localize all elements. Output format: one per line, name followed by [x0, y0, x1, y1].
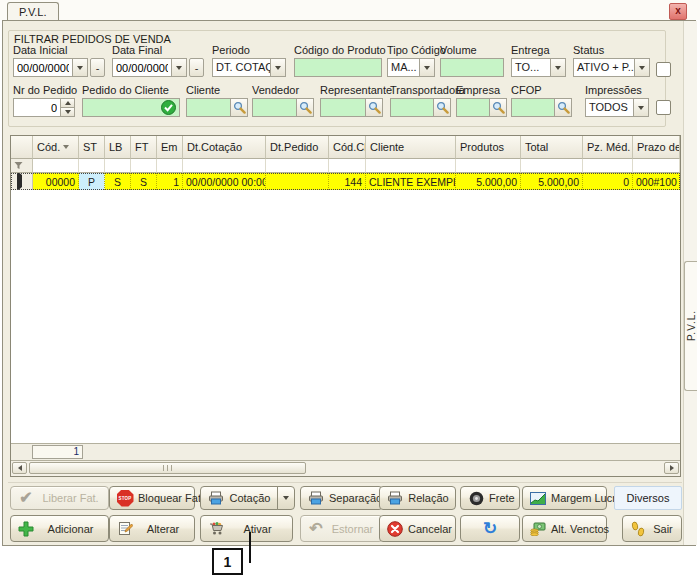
horizontal-scrollbar[interactable] — [11, 460, 680, 476]
entrega-select[interactable]: TO... — [511, 58, 566, 77]
cliente-input[interactable] — [186, 98, 231, 117]
cancelar-button[interactable]: Cancelar — [379, 515, 456, 542]
column-header-prazo[interactable]: Prazo de — [633, 136, 680, 159]
column-header-st[interactable]: ST — [79, 136, 105, 159]
tipo-codigo-select[interactable]: MA... — [387, 58, 435, 77]
tab-pvl[interactable]: P.V.L. — [7, 2, 59, 21]
cell-ft: S — [131, 173, 157, 190]
refresh-button[interactable]: ↻ — [460, 515, 520, 542]
data-final-clear-button[interactable]: - — [189, 58, 204, 77]
column-header-codcli[interactable]: Cód.Cli — [329, 136, 366, 159]
ativar-button[interactable]: Ativar — [200, 515, 293, 542]
cfop-search-button[interactable] — [555, 98, 572, 117]
separacao-print-button[interactable]: Separação — [300, 486, 383, 510]
estornar-button[interactable]: ↶ Estornar — [300, 515, 383, 542]
column-header-cod[interactable]: Cód. — [33, 136, 79, 159]
filter-cell[interactable] — [583, 159, 633, 173]
chevron-down-icon — [77, 66, 83, 70]
representante-search-button[interactable] — [366, 98, 383, 117]
spin-up-icon[interactable] — [61, 99, 74, 107]
data-inicial-clear-button[interactable]: - — [90, 58, 105, 77]
row-arrow-icon — [17, 173, 22, 190]
field-entrega: Entrega TO... — [511, 44, 566, 77]
periodo-select[interactable]: DT. COTAÇ... — [212, 58, 286, 77]
search-icon — [368, 101, 381, 114]
impressoes-select[interactable]: TODOS — [585, 98, 649, 117]
transportadora-search-button[interactable] — [434, 98, 451, 117]
filter-cell[interactable] — [105, 159, 131, 173]
diversos-button[interactable]: Diversos — [614, 486, 682, 510]
volume-input[interactable] — [440, 58, 504, 77]
side-tab-pvl[interactable]: P.V.L. — [684, 261, 697, 391]
vendedor-search-button[interactable] — [297, 98, 314, 117]
data-inicial-dropdown-button[interactable] — [73, 58, 88, 77]
filter-row1-checkbox[interactable] — [656, 62, 671, 77]
vendedor-input[interactable] — [252, 98, 297, 117]
pvl-window: P.V.L. x FILTRAR PEDIDOS DE VENDA Data I… — [0, 0, 700, 584]
column-header-dtpedido[interactable]: Dt.Pedido — [266, 136, 329, 159]
close-icon[interactable]: x — [669, 3, 687, 20]
table-row[interactable]: 00000 P S S 1 00/00/0000 00:00 144 CLIEN… — [11, 173, 680, 190]
sair-button[interactable]: Sair — [622, 515, 682, 542]
cliente-search-button[interactable] — [231, 98, 248, 117]
column-header-lb[interactable]: LB — [105, 136, 131, 159]
grid-header-row: Cód. ST LB FT Em Dt.Cotação Dt.Pedido Có… — [11, 136, 680, 159]
frete-button[interactable]: Frete — [460, 486, 520, 510]
filter-cell[interactable] — [79, 159, 105, 173]
data-inicial-input[interactable] — [13, 58, 73, 77]
relacao-print-button[interactable]: Relação — [379, 486, 456, 510]
scroll-left-icon[interactable] — [12, 462, 27, 474]
filter-cell[interactable] — [183, 159, 266, 173]
filter-cell[interactable] — [329, 159, 366, 173]
chevron-down-icon — [550, 59, 565, 76]
nr-pedido-label: Nr do Pedido — [13, 84, 77, 97]
column-header-total[interactable]: Total — [521, 136, 583, 159]
filter-cell[interactable] — [633, 159, 680, 173]
alterar-button[interactable]: Alterar — [109, 515, 195, 542]
data-final-dropdown-button[interactable] — [172, 58, 187, 77]
transportadora-input[interactable] — [390, 98, 434, 117]
filter-cell[interactable] — [521, 159, 583, 173]
margem-lucro-button[interactable]: Margem Lucro — [522, 486, 607, 510]
filter-cell[interactable] — [131, 159, 157, 173]
codigo-produto-input[interactable] — [294, 58, 382, 77]
entrega-value: TO... — [512, 59, 550, 76]
column-header-em[interactable]: Em — [157, 136, 183, 159]
liberar-fat-button[interactable]: ✔ Liberar Fat. — [10, 486, 109, 510]
scrollbar-thumb[interactable] — [29, 462, 306, 474]
field-volume: Volume — [440, 44, 504, 77]
impressoes-value: TODOS — [586, 99, 633, 116]
empresa-search-button[interactable] — [490, 98, 507, 117]
alt-venctos-button[interactable]: Alt. Venctos — [522, 515, 607, 542]
representante-input[interactable] — [320, 98, 366, 117]
filter-cell[interactable] — [266, 159, 329, 173]
cell-codcli: 144 — [329, 173, 366, 190]
field-periodo: Periodo DT. COTAÇ... — [212, 44, 286, 77]
spin-down-icon[interactable] — [61, 107, 74, 116]
column-header-pzmed[interactable]: Pz. Méd. — [583, 136, 633, 159]
refresh-icon: ↻ — [483, 521, 497, 537]
column-header-produtos[interactable]: Produtos — [456, 136, 521, 159]
data-final-input[interactable] — [112, 58, 172, 77]
scroll-right-icon[interactable] — [664, 462, 679, 474]
search-icon — [233, 101, 246, 114]
adicionar-button[interactable]: Adicionar — [10, 515, 109, 542]
filter-cell[interactable] — [456, 159, 521, 173]
bloquear-fat-button[interactable]: STOP Bloquear Fat. — [109, 486, 195, 510]
status-select[interactable]: ATIVO + P... — [573, 58, 650, 77]
filter-row2-checkbox[interactable] — [656, 100, 671, 115]
filter-cell[interactable] — [157, 159, 183, 173]
column-header-ft[interactable]: FT — [131, 136, 157, 159]
cotacao-dropdown-button[interactable] — [277, 486, 295, 510]
column-header-cliente[interactable]: Cliente — [366, 136, 456, 159]
empresa-input[interactable] — [456, 98, 490, 117]
cotacao-print-button[interactable]: Cotação — [200, 486, 278, 510]
nr-pedido-input[interactable] — [13, 98, 61, 117]
filter-cell[interactable] — [33, 159, 79, 173]
filter-cell[interactable] — [366, 159, 456, 173]
chevron-down-icon — [176, 66, 182, 70]
cfop-input[interactable] — [511, 98, 555, 117]
column-header-dtcotacao[interactable]: Dt.Cotação — [183, 136, 266, 159]
cell-cod: 00000 — [33, 173, 79, 190]
nr-pedido-stepper[interactable] — [61, 98, 75, 117]
